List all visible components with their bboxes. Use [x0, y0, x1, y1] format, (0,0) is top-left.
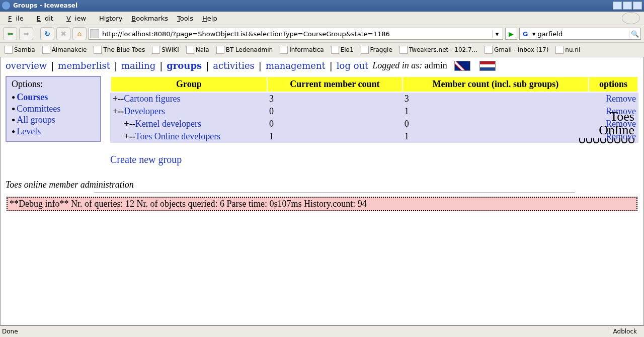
bookmark-item[interactable]: Fraggle [359, 45, 394, 54]
maximize-button[interactable] [623, 2, 632, 10]
search-bar[interactable]: G▾ 🔍 [519, 28, 641, 40]
current-count-cell: 1 [267, 130, 403, 143]
group-link[interactable]: Toes Online developers [135, 131, 221, 141]
bookmark-item[interactable]: The Blue Toes [92, 45, 146, 54]
table-row: +--Kernel developers00Remove [111, 118, 638, 130]
option-all-groups[interactable]: All groups [12, 114, 94, 126]
option-levels[interactable]: Levels [12, 126, 94, 137]
minimize-button[interactable] [613, 2, 622, 10]
menu-history[interactable]: History [95, 14, 126, 23]
group-link[interactable]: Developers [124, 106, 165, 116]
nav-management[interactable]: management [266, 60, 326, 71]
page-content: Toes Online overview | memberlist | mail… [0, 57, 644, 325]
menu-view[interactable]: View [62, 14, 94, 23]
bookmark-favicon [94, 46, 102, 54]
url-input[interactable] [101, 30, 492, 38]
bookmark-label: Tweakers.net - 102.7... [409, 46, 477, 53]
create-new-group-link[interactable]: Create new group [110, 154, 182, 165]
close-button[interactable] [633, 2, 642, 10]
group-link[interactable]: Kernel developers [135, 119, 201, 129]
bookmark-label: Nala [196, 46, 209, 53]
url-bar[interactable]: ▾ [89, 28, 503, 40]
bookmark-item[interactable]: Elo1 [330, 45, 355, 54]
nav-groups[interactable]: groups [167, 60, 202, 71]
forward-button[interactable]: ➡ [19, 27, 33, 40]
menu-tools[interactable]: Tools [173, 14, 197, 23]
table-row: +--Cartoon figures33Remove [111, 92, 638, 105]
table-header: options [589, 76, 638, 92]
brand-logo: Toes Online [579, 110, 634, 144]
nav-overview[interactable]: overview [6, 60, 47, 71]
bookmark-favicon [361, 46, 369, 54]
remove-link[interactable]: Remove [606, 94, 636, 104]
nav-activities[interactable]: activities [213, 60, 255, 71]
bookmark-label: Informatica [289, 46, 324, 53]
table-header: Group [111, 76, 267, 92]
footer-tagline: Toes online member administration [6, 180, 638, 190]
bookmark-item[interactable]: Samba [3, 45, 37, 54]
bookmark-item[interactable]: Informatica [278, 45, 325, 54]
options-cell: Remove [589, 92, 638, 105]
bookmark-item[interactable]: SWIKI [150, 45, 180, 54]
table-header: Current member count [267, 76, 403, 92]
bookmark-label: Samba [14, 46, 35, 53]
search-button[interactable]: 🔍 [629, 30, 640, 38]
menu-help[interactable]: Help [198, 14, 221, 23]
group-cell: +--Toes Online developers [111, 130, 267, 143]
debug-info: **Debug info** Nr. of queries: 12 Nr. of… [7, 197, 637, 211]
search-engine-icon[interactable]: G [520, 30, 531, 38]
bookmark-item[interactable]: BT Ledenadmin [215, 45, 274, 54]
menu-bookmarks[interactable]: Bookmarks [127, 14, 172, 23]
group-link[interactable]: Cartoon figures [124, 94, 180, 104]
menu-edit[interactable]: Edit [33, 14, 61, 23]
search-input[interactable] [537, 30, 629, 38]
option-committees[interactable]: Committees [12, 103, 94, 115]
bookmark-label: Elo1 [341, 46, 354, 53]
nav-toolbar: ⬅ ➡ ↻ ✖ ⌂ ▾ ▶ G▾ 🔍 [0, 25, 644, 43]
nav-mailing[interactable]: mailing [121, 60, 155, 71]
options-heading: Options: [12, 79, 94, 90]
bookmark-item[interactable]: Tweakers.net - 102.7... [398, 45, 479, 54]
group-cell: +--Cartoon figures [111, 92, 267, 105]
table-header: Member count (incl. sub groups) [403, 76, 589, 92]
bookmark-label: Gmail - Inbox (17) [494, 46, 548, 53]
logged-in-label: Logged in as: admin [372, 60, 447, 71]
bookmark-item[interactable]: nu.nl [554, 45, 582, 54]
home-button[interactable]: ⌂ [72, 27, 87, 40]
app-icon [2, 2, 10, 10]
option-courses[interactable]: Courses [12, 92, 94, 103]
nav-memberlist[interactable]: memberlist [58, 60, 110, 71]
flag-uk-icon[interactable] [454, 61, 470, 71]
flag-nl-icon[interactable] [479, 61, 496, 71]
current-count-cell: 0 [267, 105, 403, 118]
current-count-cell: 3 [267, 92, 403, 105]
menu-bar: File Edit View History Bookmarks Tools H… [0, 12, 644, 25]
bookmark-item[interactable]: Almanakcie [41, 45, 89, 54]
status-bar: Done Adblock [0, 325, 644, 337]
bookmark-item[interactable]: Nala [185, 45, 211, 54]
reload-button[interactable]: ↻ [40, 27, 54, 40]
groups-table: GroupCurrent member countMember count (i… [110, 76, 638, 143]
window-titlebar: Groups - Iceweasel [0, 0, 644, 12]
window-title: Groups - Iceweasel [13, 2, 77, 9]
group-cell: +--Developers [111, 105, 267, 118]
page-favicon [90, 29, 99, 38]
bookmark-label: Almanakcie [52, 46, 87, 53]
stop-button[interactable]: ✖ [56, 27, 70, 40]
bookmarks-toolbar: SambaAlmanakcieThe Blue ToesSWIKINalaBT … [0, 43, 644, 57]
divider [94, 192, 575, 193]
throbber-icon [622, 12, 640, 24]
menu-file[interactable]: File [4, 14, 32, 23]
incl-count-cell: 1 [403, 130, 589, 143]
bookmark-favicon [280, 46, 288, 54]
current-count-cell: 0 [267, 118, 403, 130]
go-button[interactable]: ▶ [505, 28, 517, 40]
bookmark-favicon [5, 46, 13, 54]
bookmark-favicon [485, 46, 493, 54]
incl-count-cell: 1 [403, 105, 589, 118]
back-button[interactable]: ⬅ [3, 27, 17, 40]
adblock-indicator[interactable]: Adblock [608, 327, 642, 336]
url-dropdown[interactable]: ▾ [492, 30, 502, 38]
nav-log-out[interactable]: log out [337, 60, 369, 71]
bookmark-item[interactable]: Gmail - Inbox (17) [483, 45, 550, 54]
